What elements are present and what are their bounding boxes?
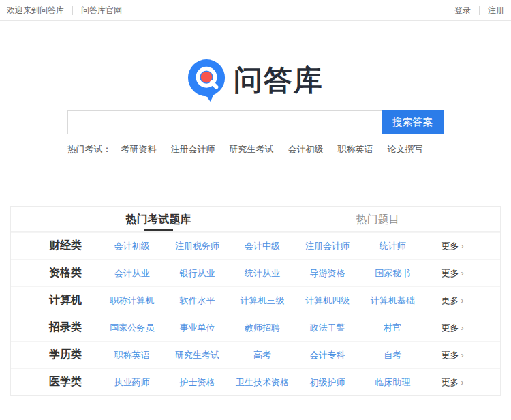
exam-link[interactable]: 导游资格 — [295, 267, 360, 280]
category-label: 资格类 — [31, 266, 99, 280]
exam-link[interactable]: 初级护师 — [295, 376, 360, 389]
divider — [479, 6, 480, 15]
table-row: 招录类 国家公务员 事业单位 教师招聘 政法干警 村官 更多› — [11, 314, 500, 341]
category-label: 招录类 — [31, 320, 99, 335]
table-row: 计算机 职称计算机 软件水平 计算机三级 计算机四级 计算机基础 更多› — [11, 286, 500, 314]
topbar: 欢迎来到问答库 问答库官网 登录 注册 — [0, 0, 511, 21]
category-label: 计算机 — [31, 293, 99, 308]
exam-link[interactable]: 会计专科 — [295, 349, 360, 361]
site-title: 问答库 — [234, 66, 324, 95]
exam-link[interactable]: 护士资格 — [165, 376, 230, 389]
official-site-link[interactable]: 问答库官网 — [81, 5, 122, 16]
exam-link[interactable]: 计算机基础 — [360, 295, 425, 307]
more-link[interactable]: 更多› — [425, 349, 480, 361]
tab-label: 热门题目 — [355, 207, 401, 231]
exam-link[interactable]: 计算机三级 — [230, 295, 295, 307]
exam-link[interactable]: 软件水平 — [165, 295, 230, 307]
exam-link[interactable]: 教师招聘 — [230, 322, 295, 334]
register-link[interactable]: 注册 — [488, 5, 504, 16]
table-row: 资格类 会计从业 银行从业 统计从业 导游资格 国家秘书 更多› — [11, 259, 500, 286]
more-label: 更多 — [441, 295, 459, 305]
chevron-right-icon: › — [461, 241, 463, 251]
exam-link[interactable]: 统计从业 — [230, 267, 295, 280]
hot-exam-link[interactable]: 考研资料 — [121, 143, 157, 155]
category-label: 医学类 — [31, 375, 99, 389]
more-label: 更多 — [441, 322, 459, 333]
exam-link[interactable]: 事业单位 — [165, 322, 230, 334]
welcome-text: 欢迎来到问答库 — [7, 5, 64, 16]
category-label: 学历类 — [31, 348, 99, 362]
hot-exam-link[interactable]: 研究生考试 — [230, 143, 274, 155]
more-link[interactable]: 更多› — [425, 240, 480, 252]
search-input[interactable] — [67, 110, 382, 134]
more-label: 更多 — [441, 268, 459, 278]
more-link[interactable]: 更多› — [425, 295, 480, 307]
exam-link[interactable]: 职称英语 — [99, 349, 165, 361]
hot-exam-link[interactable]: 会计初级 — [288, 143, 324, 155]
exam-link[interactable]: 注册税务师 — [165, 240, 230, 252]
hot-exam-link[interactable]: 论文撰写 — [388, 143, 423, 155]
tab-label: 热门考试题库 — [125, 207, 193, 231]
more-label: 更多 — [441, 350, 459, 360]
more-label: 更多 — [441, 241, 459, 251]
chevron-right-icon: › — [461, 323, 463, 333]
exam-link[interactable]: 国家秘书 — [360, 267, 425, 280]
more-link[interactable]: 更多› — [425, 322, 480, 334]
speech-bubble-q-icon — [187, 59, 227, 102]
search-bar: 搜索答案 — [67, 110, 444, 134]
exam-link[interactable]: 村官 — [360, 322, 425, 334]
chevron-right-icon: › — [461, 296, 463, 305]
exam-link[interactable]: 计算机四级 — [295, 295, 360, 307]
more-link[interactable]: 更多› — [425, 267, 480, 280]
chevron-right-icon: › — [461, 269, 463, 278]
divider — [72, 6, 73, 15]
hot-exam-link[interactable]: 注册会计师 — [171, 143, 215, 155]
exam-link[interactable]: 政法干警 — [295, 322, 360, 334]
exam-link[interactable]: 国家公务员 — [99, 322, 165, 334]
search-button[interactable]: 搜索答案 — [382, 110, 444, 134]
hot-exam-link[interactable]: 职称英语 — [338, 143, 373, 155]
exam-link[interactable]: 研究生考试 — [165, 349, 230, 361]
exam-link[interactable]: 高考 — [230, 349, 295, 361]
chevron-right-icon: › — [461, 350, 463, 360]
exam-link[interactable]: 临床助理 — [360, 376, 425, 389]
login-link[interactable]: 登录 — [454, 5, 471, 16]
hot-exams-row: 热门考试： 考研资料 注册会计师 研究生考试 会计初级 职称英语 论文撰写 — [67, 143, 444, 155]
exam-link[interactable]: 会计中级 — [230, 240, 295, 252]
hot-exams-label: 热门考试： — [67, 143, 112, 155]
exam-link[interactable]: 统计师 — [360, 240, 425, 252]
category-label: 财经类 — [31, 239, 99, 253]
site-logo[interactable]: 问答库 — [0, 59, 511, 102]
chevron-right-icon: › — [461, 378, 463, 387]
exam-link[interactable]: 注册会计师 — [295, 240, 360, 252]
table-row: 医学类 执业药师 护士资格 卫生技术资格 初级护师 临床助理 更多› — [11, 368, 500, 395]
exam-link[interactable]: 会计初级 — [99, 240, 165, 252]
table-row: 学历类 职称英语 研究生考试 高考 会计专科 自考 更多› — [11, 341, 500, 368]
exam-link[interactable]: 自考 — [360, 349, 425, 361]
exam-link[interactable]: 银行从业 — [165, 267, 230, 280]
exam-link[interactable]: 卫生技术资格 — [230, 376, 295, 389]
panel-tabs: 热门考试题库 热门题目 — [11, 207, 500, 232]
exam-category-panel: 热门考试题库 热门题目 财经类 会计初级 注册税务师 会计中级 注册会计师 统计… — [10, 206, 501, 396]
more-label: 更多 — [441, 377, 459, 387]
more-link[interactable]: 更多› — [425, 376, 480, 389]
tab-hot-questions[interactable]: 热门题目 — [256, 207, 500, 231]
exam-link[interactable]: 执业药师 — [99, 376, 165, 389]
exam-link[interactable]: 会计从业 — [99, 267, 165, 280]
table-row: 财经类 会计初级 注册税务师 会计中级 注册会计师 统计师 更多› — [11, 232, 500, 259]
exam-link[interactable]: 职称计算机 — [99, 295, 165, 307]
tab-hot-exam-bank[interactable]: 热门考试题库 — [11, 207, 256, 231]
